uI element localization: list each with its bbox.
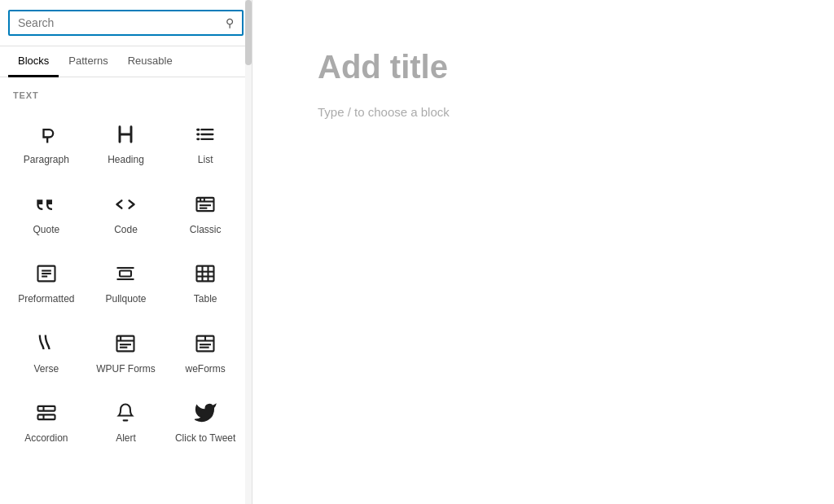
pullquote-icon [114, 261, 137, 287]
weforms-icon [194, 331, 217, 357]
block-alert-label: Alert [116, 432, 136, 445]
wpuf-forms-icon [114, 331, 137, 357]
section-text-label: TEXT [0, 77, 252, 107]
search-input[interactable] [18, 16, 226, 29]
paragraph-icon [35, 121, 58, 147]
classic-icon [194, 191, 217, 217]
blocks-grid: Paragraph Heading [0, 107, 252, 455]
block-list[interactable]: List [165, 107, 245, 177]
search-icon: ⚲ [226, 16, 234, 29]
tab-patterns[interactable]: Patterns [59, 46, 117, 77]
table-icon [194, 261, 217, 287]
search-wrapper: ⚲ [8, 10, 244, 36]
blocks-scroll: TEXT Paragraph Heading [0, 77, 252, 504]
sidebar: ⚲ Blocks Patterns Reusable TEXT Paragrap… [0, 0, 252, 504]
quote-icon [35, 191, 58, 217]
block-heading[interactable]: Heading [86, 107, 166, 177]
tab-blocks[interactable]: Blocks [8, 46, 59, 77]
block-preformatted[interactable]: Preformatted [7, 246, 86, 316]
block-paragraph[interactable]: Paragraph [7, 107, 86, 177]
block-accordion[interactable]: Accordion [7, 385, 86, 455]
block-verse-label: Verse [33, 363, 59, 376]
page-title: Add title [318, 49, 769, 85]
block-table-label: Table [194, 293, 217, 306]
scrollbar-thumb[interactable] [245, 0, 252, 65]
page-hint: Type / to choose a block [318, 105, 769, 119]
block-paragraph-label: Paragraph [24, 154, 69, 167]
block-pullquote[interactable]: Pullquote [86, 246, 166, 316]
block-quote[interactable]: Quote [7, 177, 86, 247]
block-wpuf-forms[interactable]: WPUF Forms [86, 316, 166, 386]
code-icon [114, 191, 137, 217]
block-wpuf-forms-label: WPUF Forms [96, 363, 156, 376]
block-quote-label: Quote [33, 224, 59, 237]
svg-rect-19 [120, 271, 131, 277]
block-code-label: Code [114, 224, 138, 237]
block-code[interactable]: Code [86, 177, 166, 247]
block-click-to-tweet-label: Click to Tweet [175, 432, 235, 445]
svg-rect-36 [37, 415, 55, 420]
heading-icon [114, 121, 137, 147]
list-icon [194, 121, 217, 147]
block-alert[interactable]: Alert [86, 385, 166, 455]
block-pullquote-label: Pullquote [105, 293, 146, 306]
block-heading-label: Heading [108, 154, 144, 167]
click-to-tweet-icon [194, 400, 217, 426]
svg-rect-20 [197, 266, 214, 282]
block-verse[interactable]: Verse [7, 316, 86, 386]
block-classic-label: Classic [190, 224, 222, 237]
block-click-to-tweet[interactable]: Click to Tweet [165, 385, 245, 455]
search-area: ⚲ [0, 0, 252, 46]
block-weforms[interactable]: weForms [165, 316, 245, 386]
scrollbar-track [245, 0, 252, 504]
tab-reusable[interactable]: Reusable [118, 46, 182, 77]
block-accordion-label: Accordion [24, 432, 68, 445]
verse-icon [35, 331, 58, 357]
block-preformatted-label: Preformatted [18, 293, 74, 306]
block-table[interactable]: Table [165, 246, 245, 316]
block-list-label: List [198, 154, 213, 167]
accordion-icon [35, 400, 58, 426]
svg-rect-35 [37, 406, 55, 411]
preformatted-icon [35, 261, 58, 287]
block-weforms-label: weForms [185, 363, 225, 376]
svg-rect-25 [117, 335, 134, 351]
main-content: Add title Type / to choose a block [252, 0, 834, 504]
alert-icon [114, 400, 137, 426]
tabs: Blocks Patterns Reusable [0, 46, 252, 77]
block-classic[interactable]: Classic [165, 177, 245, 247]
